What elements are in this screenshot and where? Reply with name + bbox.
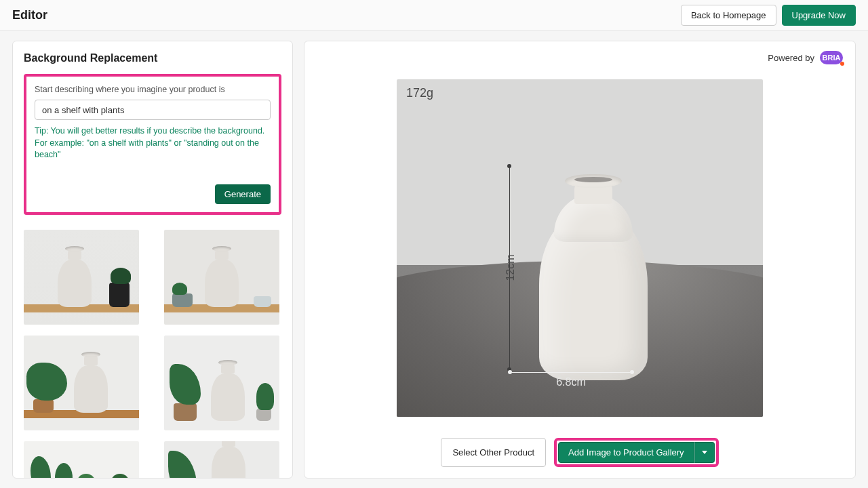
- product-preview-image: 172g 12cm 6.8cm: [397, 79, 763, 417]
- add-image-dropdown-button[interactable]: [694, 442, 715, 463]
- bria-logo-icon: BRIA: [820, 51, 843, 64]
- prompt-tip: Tip: You will get better results if you …: [35, 125, 271, 161]
- height-dimension: 12cm: [500, 166, 520, 369]
- powered-by: Powered by BRIA: [768, 51, 843, 64]
- preview-wrap: 172g 12cm 6.8cm: [315, 79, 844, 430]
- prompt-label: Start describing where you imagine your …: [35, 85, 271, 94]
- workspace: Background Replacement Start describing …: [0, 31, 868, 488]
- result-thumbnail[interactable]: [164, 336, 279, 430]
- add-image-group: Add Image to Product Gallery: [554, 438, 719, 467]
- panel-title: Background Replacement: [24, 52, 281, 64]
- prompt-input[interactable]: [35, 100, 271, 120]
- result-thumbnail[interactable]: [164, 230, 279, 325]
- result-thumbnail[interactable]: [24, 230, 139, 325]
- height-label: 12cm: [505, 254, 517, 281]
- result-thumbnail[interactable]: [24, 336, 139, 430]
- preview-actions: Select Other Product Add Image to Produc…: [315, 430, 844, 467]
- result-thumbnail[interactable]: [24, 441, 139, 479]
- app-header: Editor Back to Homepage Upgrade Now: [0, 0, 868, 31]
- upgrade-now-button[interactable]: Upgrade Now: [782, 5, 856, 26]
- generate-button[interactable]: Generate: [215, 184, 271, 204]
- background-replacement-panel: Background Replacement Start describing …: [12, 41, 293, 479]
- width-label: 6.8cm: [556, 376, 586, 388]
- powered-by-label: Powered by: [768, 53, 814, 63]
- results-grid: [24, 230, 281, 479]
- select-other-product-button[interactable]: Select Other Product: [441, 438, 546, 467]
- header-actions: Back to Homepage Upgrade Now: [681, 5, 856, 26]
- page-title: Editor: [12, 8, 47, 22]
- back-to-homepage-button[interactable]: Back to Homepage: [681, 5, 776, 26]
- prompt-section: Start describing where you imagine your …: [24, 74, 281, 215]
- add-image-to-gallery-button[interactable]: Add Image to Product Gallery: [558, 442, 694, 463]
- chevron-down-icon: [702, 451, 707, 454]
- width-dimension: 6.8cm: [510, 368, 632, 387]
- result-thumbnail[interactable]: [164, 441, 279, 479]
- preview-panel: Powered by BRIA 172g 12cm: [304, 41, 856, 479]
- weight-label: 172g: [406, 86, 433, 100]
